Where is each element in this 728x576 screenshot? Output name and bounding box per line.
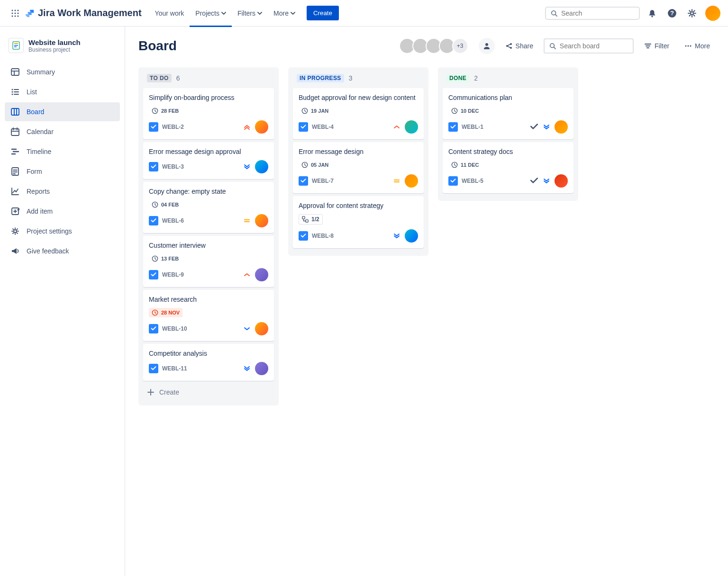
search-icon bbox=[551, 9, 557, 17]
assignee-avatar[interactable] bbox=[405, 229, 418, 243]
issue-type-icon bbox=[299, 176, 308, 186]
board-avatars[interactable]: +3 bbox=[402, 38, 468, 54]
column-count: 2 bbox=[474, 74, 478, 82]
assignee-avatar[interactable] bbox=[255, 268, 268, 281]
board-card[interactable]: Communications plan 10 DEC WEBL-1 bbox=[443, 88, 573, 139]
issue-key: WEBL-10 bbox=[162, 325, 187, 332]
sidebar-item-add-item[interactable]: Add item bbox=[5, 202, 120, 221]
more-button[interactable]: More bbox=[680, 39, 715, 53]
issue-key: WEBL-5 bbox=[462, 178, 483, 184]
search-board-input[interactable] bbox=[560, 42, 628, 50]
share-button[interactable]: Share bbox=[500, 39, 538, 53]
profile-avatar[interactable] bbox=[705, 6, 720, 21]
assignee-avatar[interactable] bbox=[405, 174, 418, 188]
project-header[interactable]: Website launch Business project bbox=[5, 36, 120, 63]
board-card[interactable]: Approval for content strategy 1/2 WEBL-8 bbox=[293, 196, 424, 248]
sidebar-item-form[interactable]: Form bbox=[5, 162, 120, 181]
column-title: IN PROGRESS bbox=[297, 74, 344, 82]
priority-icon bbox=[243, 162, 251, 171]
board-card[interactable]: Error message design approval WEBL-3 bbox=[143, 142, 274, 179]
board-card[interactable]: Error message design 05 JAN WEBL-7 bbox=[293, 142, 424, 193]
add-people-button[interactable] bbox=[479, 38, 495, 54]
issue-key: WEBL-4 bbox=[312, 124, 334, 130]
product-logo[interactable]: Jira Work Management bbox=[25, 8, 142, 18]
clock-icon bbox=[451, 108, 458, 114]
search-board-wrapper[interactable] bbox=[544, 38, 634, 54]
sidebar-item-summary[interactable]: Summary bbox=[5, 63, 120, 81]
chevron-down-icon bbox=[257, 12, 262, 15]
board-card[interactable]: Copy change: empty state 04 FEB WEBL-6 bbox=[143, 182, 274, 233]
sidebar-item-label: Add item bbox=[27, 207, 53, 215]
card-title: Simplify on-boarding process bbox=[149, 94, 268, 101]
board-card[interactable]: Customer interview 13 FEB WEBL-9 bbox=[143, 236, 274, 287]
done-check-icon bbox=[530, 177, 538, 185]
product-name: Jira Work Management bbox=[38, 8, 142, 18]
create-card-button[interactable]: Create bbox=[143, 384, 274, 401]
card-title: Budget approval for new design content bbox=[299, 94, 418, 101]
sidebar-item-board[interactable]: Board bbox=[5, 102, 120, 121]
board-card[interactable]: Competitor analysis WEBL-11 bbox=[143, 344, 274, 381]
column-title: DONE bbox=[446, 74, 469, 82]
assignee-avatar[interactable] bbox=[555, 120, 568, 134]
sidebar-item-list[interactable]: List bbox=[5, 82, 120, 101]
subtask-text: 1/2 bbox=[311, 216, 319, 223]
notifications-icon[interactable] bbox=[645, 6, 660, 21]
assignee-avatar[interactable] bbox=[255, 160, 268, 173]
sidebar-item-label: Calendar bbox=[27, 128, 54, 135]
sidebar-item-project-settings[interactable]: Project settings bbox=[5, 222, 120, 241]
priority-icon bbox=[542, 123, 551, 131]
priority-icon bbox=[243, 123, 251, 131]
create-button[interactable]: Create bbox=[307, 6, 339, 20]
chevron-down-icon bbox=[291, 12, 295, 15]
column-todo: TO DO 6 Simplify on-boarding process 28 … bbox=[138, 67, 279, 405]
settings-icon[interactable] bbox=[684, 6, 700, 21]
assignee-avatar[interactable] bbox=[255, 322, 268, 335]
search-input-wrapper[interactable] bbox=[545, 7, 640, 20]
assignee-avatar[interactable] bbox=[405, 120, 418, 134]
app-switcher-icon[interactable] bbox=[8, 6, 23, 21]
board-card[interactable]: Market research 28 NOV WEBL-10 bbox=[143, 290, 274, 341]
help-icon[interactable] bbox=[664, 6, 680, 21]
add-icon bbox=[10, 207, 20, 216]
project-icon bbox=[9, 38, 24, 53]
plus-icon bbox=[147, 388, 155, 396]
nav-item-label: Your work bbox=[155, 9, 184, 17]
column-header: DONE 2 bbox=[443, 74, 573, 88]
board-card[interactable]: Content strategy docs 11 DEC WEBL-5 bbox=[443, 142, 573, 193]
done-check-icon bbox=[530, 123, 538, 131]
card-title: Customer interview bbox=[149, 242, 268, 249]
board-card[interactable]: Budget approval for new design content 1… bbox=[293, 88, 424, 139]
nav-item-filters[interactable]: Filters bbox=[232, 6, 268, 21]
svg-rect-32 bbox=[14, 45, 18, 46]
priority-icon bbox=[243, 270, 251, 279]
date-text: 10 DEC bbox=[461, 108, 479, 114]
create-label: Create bbox=[159, 388, 179, 396]
sidebar-item-timeline[interactable]: Timeline bbox=[5, 142, 120, 161]
search-input[interactable] bbox=[561, 9, 634, 17]
card-title: Approval for content strategy bbox=[299, 202, 418, 209]
priority-icon bbox=[243, 324, 251, 333]
sidebar-item-label: Board bbox=[27, 108, 44, 116]
nav-item-label: More bbox=[273, 9, 289, 17]
sidebar-item-label: Summary bbox=[27, 68, 55, 76]
sidebar-item-give-feedback[interactable]: Give feedback bbox=[5, 242, 120, 261]
filter-button[interactable]: Filter bbox=[639, 39, 674, 53]
nav-item-your-work[interactable]: Your work bbox=[149, 6, 190, 21]
issue-key: WEBL-7 bbox=[312, 178, 334, 184]
sidebar-item-reports[interactable]: Reports bbox=[5, 182, 120, 201]
avatar-overflow[interactable]: +3 bbox=[452, 38, 468, 54]
column-header: TO DO 6 bbox=[143, 74, 274, 88]
assignee-avatar[interactable] bbox=[255, 120, 268, 134]
sidebar-item-label: Project settings bbox=[27, 227, 72, 235]
column-inprogress: IN PROGRESS 3 Budget approval for new de… bbox=[288, 67, 428, 256]
board-card[interactable]: Simplify on-boarding process 28 FEB WEBL… bbox=[143, 88, 274, 139]
nav-item-projects[interactable]: Projects bbox=[190, 6, 232, 21]
nav-item-more[interactable]: More bbox=[268, 6, 301, 21]
assignee-avatar[interactable] bbox=[255, 362, 268, 375]
assignee-avatar[interactable] bbox=[555, 174, 568, 188]
assignee-avatar[interactable] bbox=[255, 214, 268, 227]
card-title: Copy change: empty state bbox=[149, 188, 268, 195]
sidebar-item-calendar[interactable]: Calendar bbox=[5, 122, 120, 141]
date-badge: 13 FEB bbox=[149, 254, 182, 263]
card-title: Content strategy docs bbox=[448, 148, 568, 155]
